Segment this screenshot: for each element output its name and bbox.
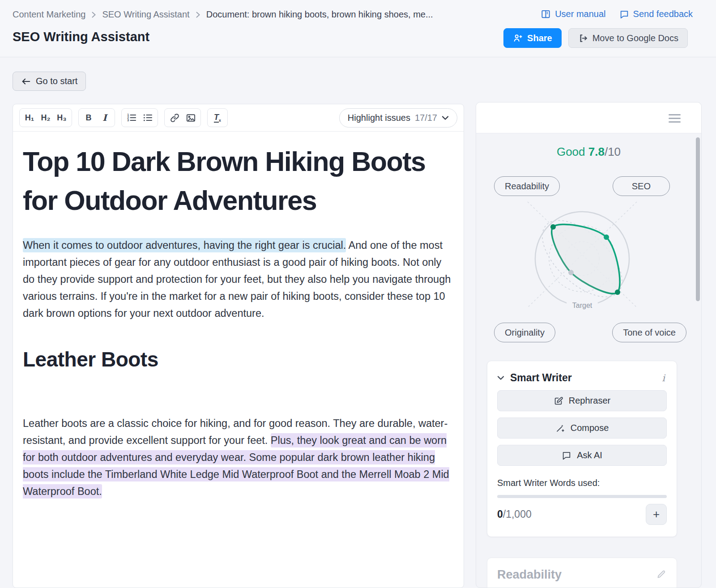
words-usage-row: 0/1,000 + (497, 504, 667, 525)
readability-card: Readability (487, 558, 677, 588)
axis-pill-tone-of-voice[interactable]: Tone of voice (612, 323, 686, 342)
chat-bubble-icon (562, 451, 571, 460)
highlight-issues-label: Highlight issues (348, 113, 410, 123)
overall-score: Good 7.8/10 (476, 145, 701, 159)
bullet-list-button[interactable] (140, 110, 156, 125)
go-to-start-button[interactable]: Go to start (13, 72, 86, 91)
top-header: Content Marketing SEO Writing Assistant … (0, 0, 716, 57)
increase-limit-button[interactable]: + (646, 504, 667, 525)
compose-button[interactable]: Compose (497, 418, 667, 439)
person-plus-icon (513, 33, 523, 43)
sidebar-header (476, 102, 701, 133)
ask-ai-label: Ask AI (577, 450, 602, 460)
tone-of-voice-score-dot (615, 290, 620, 295)
chat-bubble-icon (619, 9, 629, 19)
paragraph-leather-boots[interactable]: Leather boots are a classic choice for h… (23, 415, 454, 500)
bold-button[interactable]: B (81, 110, 97, 125)
italic-icon: I (102, 112, 107, 123)
insert-buttons-group (164, 108, 201, 127)
axis-pill-originality[interactable]: Originality (494, 323, 555, 342)
highlighted-text-segment: When it comes to outdoor adventures, hav… (23, 238, 346, 252)
info-icon[interactable]: i (662, 373, 667, 383)
document-content[interactable]: Top 10 Dark Brown Hiking Boots for Outdo… (13, 132, 464, 500)
chevron-down-icon (442, 115, 449, 120)
words-used-label: Smart Writer Words used: (497, 478, 667, 488)
readability-score-dot (550, 224, 556, 230)
move-to-google-docs-button[interactable]: Move to Google Docs (568, 28, 688, 48)
share-button[interactable]: Share (503, 28, 562, 48)
left-arrow-icon (21, 77, 31, 85)
ordered-list-button[interactable]: 123 (124, 110, 140, 125)
score-grade: Good (557, 145, 585, 158)
section-heading-leather-boots[interactable]: Leather Boots (23, 347, 454, 372)
go-to-start-label: Go to start (36, 76, 77, 86)
ask-ai-button[interactable]: Ask AI (497, 445, 667, 466)
score-value: 7.8 (588, 145, 605, 158)
ordered-list-icon: 123 (126, 112, 137, 123)
pencil-icon[interactable] (656, 569, 667, 579)
menu-icon[interactable] (669, 114, 681, 125)
breadcrumb: Content Marketing SEO Writing Assistant … (13, 9, 433, 20)
breadcrumb-separator-icon (91, 11, 96, 19)
smart-writer-header[interactable]: Smart Writer i (497, 372, 667, 384)
clear-format-group: Tₓ (207, 108, 228, 127)
send-feedback-label: Send feedback (633, 9, 693, 19)
breadcrumb-separator-icon (196, 11, 200, 19)
send-feedback-link[interactable]: Send feedback (619, 9, 693, 19)
paragraph-intro[interactable]: When it comes to outdoor adventures, hav… (23, 237, 454, 322)
italic-button[interactable]: I (97, 110, 113, 125)
seo-score-dot (604, 234, 609, 240)
move-to-google-docs-label: Move to Google Docs (592, 33, 678, 43)
axis-pill-readability[interactable]: Readability (494, 176, 560, 196)
user-manual-label: User manual (555, 9, 605, 19)
breadcrumb-seo-writing-assistant[interactable]: SEO Writing Assistant (102, 9, 189, 20)
words-usage-value: 0/1,000 (497, 508, 646, 520)
compose-label: Compose (571, 423, 609, 433)
editor-toolbar: H₁ H₂ H₃ B I 123 (13, 104, 464, 132)
smart-writer-title: Smart Writer (510, 372, 656, 384)
book-icon (541, 9, 551, 19)
heading1-button[interactable]: H₁ (21, 110, 38, 125)
user-manual-link[interactable]: User manual (541, 9, 605, 19)
score-max: /10 (605, 145, 621, 158)
heading3-button[interactable]: H₃ (54, 110, 70, 125)
share-label: Share (527, 33, 552, 43)
svg-text:3: 3 (127, 119, 129, 122)
originality-score-dot (568, 270, 574, 275)
insert-image-button[interactable] (183, 110, 199, 125)
smart-writer-card: Smart Writer i Rephraser Compose Ask AI … (487, 361, 677, 537)
rephraser-button[interactable]: Rephraser (497, 390, 667, 411)
document-title[interactable]: Top 10 Dark Brown Hiking Boots for Outdo… (23, 142, 448, 220)
image-icon (186, 113, 196, 123)
highlight-issues-count: 17/17 (415, 113, 437, 123)
radar-target-label: Target (572, 302, 592, 309)
header-actions: Share Move to Google Docs (503, 28, 688, 48)
heading-buttons-group: H₁ H₂ H₃ (19, 108, 72, 127)
document-editor-card: H₁ H₂ H₃ B I 123 (13, 104, 464, 588)
axis-pill-seo[interactable]: SEO (613, 176, 670, 196)
clear-formatting-button[interactable]: Tₓ (209, 110, 226, 125)
page-title: SEO Writing Assistant (13, 30, 149, 44)
score-radar-chart: Target (515, 197, 649, 320)
magic-wand-icon (555, 423, 565, 433)
export-arrow-icon (578, 33, 588, 43)
bullet-list-icon (142, 112, 153, 123)
highlight-issues-dropdown[interactable]: Highlight issues 17/17 (339, 108, 457, 128)
readability-card-title: Readability (497, 568, 656, 582)
insert-link-button[interactable] (166, 110, 183, 125)
heading2-button[interactable]: H₂ (38, 110, 54, 125)
header-links: User manual Send feedback (541, 9, 693, 19)
pencil-square-icon (554, 396, 563, 406)
link-icon (170, 113, 180, 123)
chevron-down-icon (497, 375, 504, 380)
words-used-progress-bar (497, 495, 667, 498)
clear-formatting-icon: Tₓ (214, 113, 221, 123)
breadcrumb-document: Document: brown hiking boots, brown hiki… (206, 9, 433, 20)
text-style-group: B I (78, 108, 115, 127)
list-buttons-group: 123 (121, 108, 158, 127)
score-sidebar-panel: Good 7.8/10 Readability SEO Targ (476, 102, 702, 588)
rephraser-label: Rephraser (569, 396, 610, 406)
sidebar-scrollbar[interactable] (696, 137, 700, 301)
breadcrumb-content-marketing[interactable]: Content Marketing (13, 9, 85, 20)
